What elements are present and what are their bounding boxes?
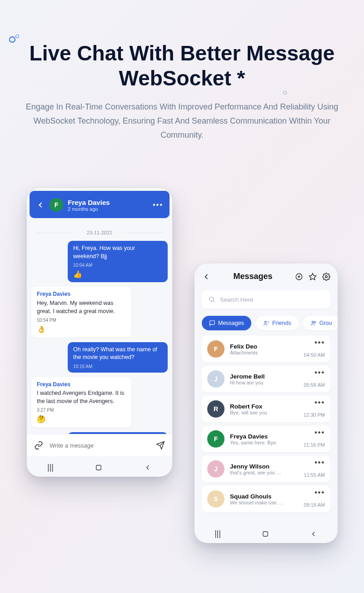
contact-name: Freya Davies <box>68 199 110 206</box>
send-icon[interactable] <box>156 441 165 450</box>
thread-time: 04:50 AM <box>304 352 325 358</box>
thread-item[interactable]: •••FFelix DeoAttachments04:50 AM <box>202 336 330 362</box>
message-text: I watched Avengers Endgame. It is the la… <box>37 389 126 405</box>
sender-label: Freya Davies <box>37 290 126 298</box>
message-input[interactable] <box>50 442 150 449</box>
thread-more-icon[interactable]: ••• <box>314 458 325 467</box>
sender-label: Freya Davies <box>37 381 126 389</box>
thread-name: Felix Deo <box>230 343 299 350</box>
back-icon[interactable] <box>309 530 318 538</box>
tab-messages[interactable]: Messages <box>202 316 251 330</box>
tab-label: Messages <box>218 320 244 326</box>
avatar: S <box>207 490 224 508</box>
thread-preview: Attachments <box>230 350 299 355</box>
recent-apps-icon[interactable]: ||| <box>214 529 221 538</box>
thread-preview: Yes, same here. Bye. <box>230 440 298 445</box>
page-title: Live Chat With Better Message WebSocket … <box>0 41 364 91</box>
svg-rect-13 <box>263 531 268 536</box>
avatar: F <box>207 430 224 448</box>
thread-more-icon[interactable]: ••• <box>314 429 325 437</box>
decorative-circles <box>9 36 15 43</box>
message-text: Hey, Marvin. My weekend was great. I wat… <box>37 299 126 315</box>
android-nav-bar: ||| <box>27 456 172 477</box>
thread-preview: that's great, see you … <box>230 470 299 475</box>
reaction-emoji[interactable]: 👍 <box>73 269 162 279</box>
home-icon[interactable] <box>95 463 103 472</box>
star-icon[interactable] <box>309 273 317 281</box>
chat-header: F Freya Davies 2 months ago ••• <box>30 191 170 218</box>
svg-rect-0 <box>96 465 101 470</box>
chat-icon <box>209 320 215 326</box>
friends-icon <box>263 320 269 326</box>
group-icon <box>310 320 317 326</box>
incoming-message[interactable]: Freya DaviesI watched Avengers Endgame. … <box>31 377 131 428</box>
thread-more-icon[interactable]: ••• <box>314 488 325 497</box>
attachment-icon[interactable] <box>34 441 43 450</box>
android-nav-bar: ||| <box>194 523 338 543</box>
reaction-emoji[interactable]: 🤔 <box>37 414 126 424</box>
avatar: J <box>207 370 224 388</box>
inbox-header: Messages <box>194 264 338 286</box>
back-arrow-icon[interactable] <box>202 272 211 281</box>
search-icon <box>208 296 215 303</box>
message-time: 10:54 PM <box>37 317 126 324</box>
thread-preview: We should make use … <box>230 500 299 505</box>
thread-item[interactable]: •••JJenny Wilsonthat's great, see you …1… <box>202 456 330 482</box>
avatar: R <box>207 400 224 418</box>
thread-time: 12:30 PM <box>304 412 325 418</box>
thread-time: 05:58 AM <box>304 382 325 388</box>
home-icon[interactable] <box>261 530 269 538</box>
thread-more-icon[interactable]: ••• <box>314 399 325 407</box>
back-arrow-icon[interactable] <box>36 200 45 209</box>
svg-point-6 <box>209 297 214 301</box>
back-icon[interactable] <box>144 463 152 472</box>
message-text: Oh really? What was the name of the movi… <box>73 346 162 362</box>
avatar: J <box>207 460 224 478</box>
tab-label: Grou <box>319 320 332 326</box>
incoming-message[interactable]: Freya DaviesHey, Marvin. My weekend was … <box>31 287 131 337</box>
svg-line-7 <box>213 301 214 302</box>
svg-point-11 <box>312 321 314 323</box>
chat-mockup: F Freya Davies 2 months ago ••• 23-11-20… <box>27 188 172 477</box>
tab-grou[interactable]: Grou <box>303 316 338 330</box>
gear-icon[interactable] <box>322 273 330 281</box>
page-subtitle: Engage In Real-Time Conversations With I… <box>0 100 364 142</box>
compose-icon[interactable] <box>295 273 303 281</box>
thread-item[interactable]: •••JJerome BellHi how are you05:58 AM <box>202 366 330 392</box>
avatar[interactable]: F <box>50 198 63 212</box>
thread-name: Jenny Wilson <box>230 463 299 470</box>
thread-name: Squad Ghouls <box>230 493 299 500</box>
inbox-mockup: Messages Search Here MessagesFriendsGrou… <box>194 264 338 543</box>
decorative-circle-small <box>283 91 287 95</box>
inbox-title: Messages <box>211 272 295 281</box>
svg-point-12 <box>314 322 315 323</box>
thread-name: Freya Davies <box>230 433 298 440</box>
chat-body: 23-11-2022 Hi, Freya. How was your weeke… <box>27 221 172 434</box>
thread-more-icon[interactable]: ••• <box>314 369 325 377</box>
tab-friends[interactable]: Friends <box>256 316 299 330</box>
thread-item[interactable]: •••SSquad GhoulsWe should make use …09:1… <box>202 486 330 512</box>
svg-point-8 <box>264 321 266 323</box>
tab-label: Friends <box>272 320 291 326</box>
thread-time: 11:16 PM <box>304 442 325 448</box>
inbox-tabs: MessagesFriendsGrou <box>194 313 338 334</box>
outgoing-message[interactable]: Oh really? What was the name of the movi… <box>68 342 168 373</box>
thread-time: 09:18 AM <box>304 502 325 508</box>
thread-more-icon[interactable]: ••• <box>314 339 325 347</box>
thread-preview: Hi how are you <box>230 380 299 385</box>
contact-status: 2 months ago <box>68 206 110 212</box>
message-time: 3:27 PM <box>37 407 126 414</box>
thread-item[interactable]: •••FFreya DaviesYes, same here. Bye.11:1… <box>202 426 330 452</box>
avatar: F <box>207 340 224 358</box>
thread-list: •••FFelix DeoAttachments04:50 AM•••JJero… <box>194 334 338 523</box>
message-composer <box>27 434 172 456</box>
thread-name: Jerome Bell <box>230 373 299 380</box>
recent-apps-icon[interactable]: ||| <box>47 463 54 472</box>
thread-item[interactable]: •••RRobert FoxBye, will see you12:30 PM <box>202 396 330 422</box>
thread-name: Robert Fox <box>230 403 298 410</box>
search-input[interactable]: Search Here <box>202 290 330 309</box>
reaction-emoji[interactable]: 👌 <box>37 324 126 334</box>
outgoing-message[interactable]: Hi, Freya. How was your weekend? Bjj10:0… <box>68 241 168 282</box>
date-separator: 23-11-2022 <box>31 230 168 235</box>
more-icon[interactable]: ••• <box>153 201 163 209</box>
